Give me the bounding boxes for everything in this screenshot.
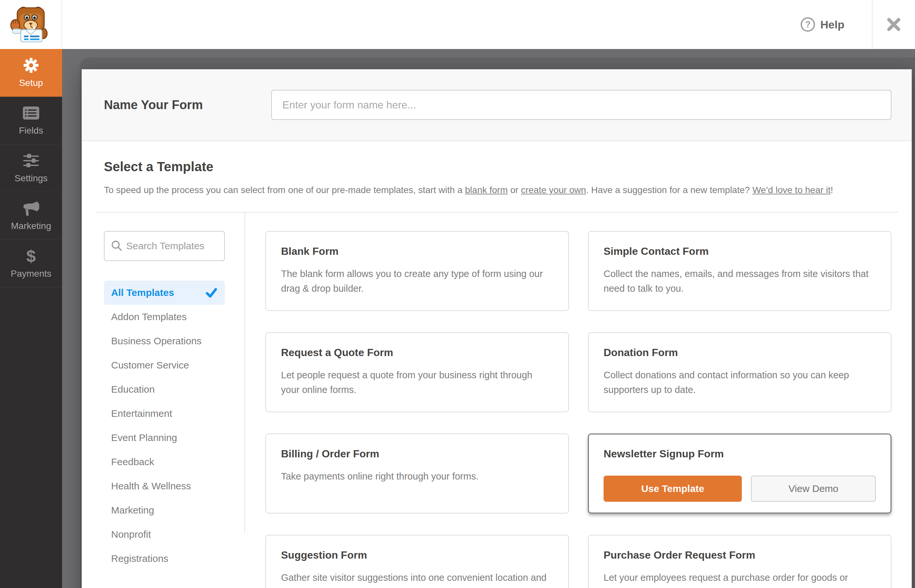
sidebar-item-marketing[interactable]: Marketing [0,192,62,240]
template-grid: Blank Form The blank form allows you to … [245,213,912,533]
gear-icon [24,58,39,73]
close-button[interactable] [873,0,915,49]
sidebar-item-payments[interactable]: $ Payments [0,240,62,288]
sidebar-item-setup[interactable]: Setup [0,49,62,97]
category-label: Entertainment [111,408,172,419]
use-template-button[interactable]: Use Template [604,476,742,502]
category-label: Business Operations [111,336,202,347]
category-label: Addon Templates [111,311,187,322]
template-title: Billing / Order Form [281,448,553,460]
close-icon [886,17,901,32]
help-label: Help [820,18,844,31]
description-text: To speed up the process you can select f… [104,185,465,195]
category-label: Registrations [111,553,168,564]
setup-panel: Name Your Form Select a Template To spee… [82,69,912,588]
category-education[interactable]: Education [104,377,225,401]
category-label: Customer Service [111,360,189,371]
template-description: Let your employees request a purchase or… [604,570,876,588]
sidebar-item-label: Settings [15,173,47,184]
help-icon: ? [800,17,815,32]
category-addon-templates[interactable]: Addon Templates [104,305,225,329]
category-label: Education [111,384,155,395]
builder-overlay: Name Your Form Select a Template To spee… [62,49,915,588]
sidebar-item-label: Fields [19,126,44,136]
fields-icon [23,105,40,121]
template-title: Purchase Order Request Form [604,549,876,561]
view-demo-button[interactable]: View Demo [751,476,876,502]
love-to-hear-link[interactable]: We’d love to hear it [752,185,830,195]
template-card-suggestion-form[interactable]: Suggestion Form Gather site visitor sugg… [265,535,569,588]
template-description: The blank form allows you to create any … [281,267,553,296]
category-event-planning[interactable]: Event Planning [104,426,225,450]
category-entertainment[interactable]: Entertainment [104,401,225,426]
sidebar-item-label: Setup [19,78,43,88]
description-text: . Have a suggestion for a new template? [586,185,752,195]
select-template-description: To speed up the process you can select f… [104,183,891,197]
template-card-newsletter-signup-form[interactable]: Newsletter Signup Form Use Template View… [588,433,891,514]
create-your-own-link[interactable]: create your own [521,185,586,195]
select-template-section: Select a Template To speed up the proces… [82,141,912,197]
sidebar-item-fields[interactable]: Fields [0,97,62,144]
blank-form-link[interactable]: blank form [465,185,508,195]
template-card-simple-contact-form[interactable]: Simple Contact Form Collect the names, e… [588,231,891,311]
template-description: Collect the names, emails, and messages … [604,267,876,296]
checkmark-icon [205,287,218,298]
template-categories: All Templates Addon Templates Business O… [82,213,245,533]
bear-mascot-icon [10,5,52,44]
template-title: Simple Contact Form [604,246,876,257]
category-label: Nonprofit [111,529,151,540]
category-label: Event Planning [111,432,177,443]
search-templates-box [104,231,225,261]
sidebar-item-settings[interactable]: Settings [0,144,62,192]
builder-sidebar: Setup Fields [0,49,62,588]
template-card-billing-order-form[interactable]: Billing / Order Form Take payments onlin… [265,433,569,514]
category-registrations[interactable]: Registrations [104,546,225,571]
template-description: Let people request a quote from your bus… [281,368,553,397]
template-title: Blank Form [281,246,553,257]
form-name-input[interactable] [271,90,891,120]
template-card-donation-form[interactable]: Donation Form Collect donations and cont… [588,332,891,412]
category-label: Health & Wellness [111,481,191,492]
category-nonprofit[interactable]: Nonprofit [104,522,225,546]
template-description: Collect donations and contact informatio… [604,368,876,397]
template-card-purchase-order-request-form[interactable]: Purchase Order Request Form Let your emp… [588,535,891,588]
template-title: Donation Form [604,347,876,359]
category-all-templates[interactable]: All Templates [104,281,225,305]
select-template-title: Select a Template [104,160,891,174]
category-marketing[interactable]: Marketing [104,498,225,522]
category-label: Feedback [111,456,154,467]
megaphone-icon [22,200,40,216]
description-text: ! [831,185,833,195]
category-customer-service[interactable]: Customer Service [104,353,225,377]
search-icon [110,239,123,253]
template-card-request-quote-form[interactable]: Request a Quote Form Let people request … [265,332,569,412]
wpforms-logo [0,0,62,49]
template-description: Gather site visitor suggestions into one… [281,570,553,588]
description-text: or [508,185,521,195]
category-health-wellness[interactable]: Health & Wellness [104,474,225,498]
top-bar: ? Help [62,0,915,49]
name-form-label: Name Your Form [104,98,271,112]
help-button[interactable]: ? Help [800,17,844,32]
sidebar-item-label: Marketing [11,221,51,231]
category-business-operations[interactable]: Business Operations [104,329,225,353]
template-browser: All Templates Addon Templates Business O… [82,213,912,533]
category-label: All Templates [111,287,174,298]
template-card-actions: Use Template View Demo [604,476,876,502]
name-form-section: Name Your Form [82,69,912,141]
template-card-blank-form[interactable]: Blank Form The blank form allows you to … [265,231,569,311]
dollar-icon: $ [26,248,36,264]
template-description: Take payments online right through your … [281,469,553,484]
sliders-icon [23,153,40,168]
category-feedback[interactable]: Feedback [104,450,225,474]
category-label: Marketing [111,505,154,516]
template-title: Suggestion Form [281,549,553,561]
template-title: Newsletter Signup Form [604,448,876,460]
template-title: Request a Quote Form [281,347,553,359]
category-list: All Templates Addon Templates Business O… [104,281,225,571]
sidebar-item-label: Payments [11,268,52,279]
